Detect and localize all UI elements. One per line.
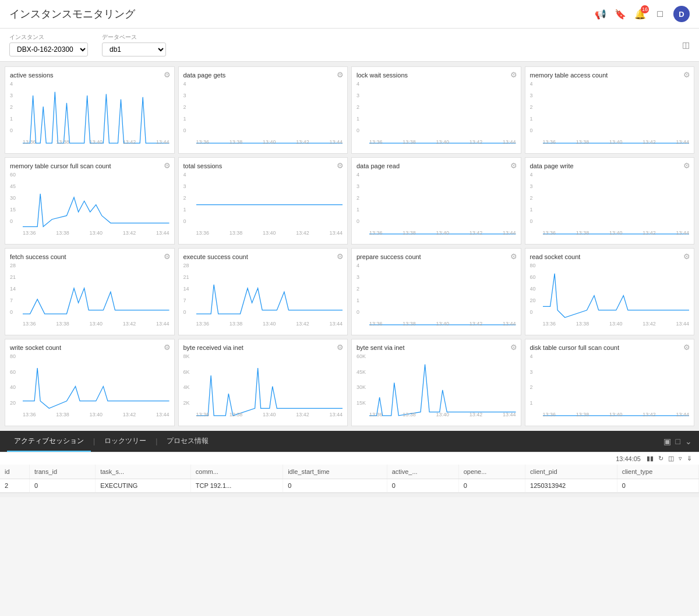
col-header-client-type[interactable]: client_type	[617, 465, 698, 479]
y-label: 2	[530, 195, 543, 201]
tab-active-sessions[interactable]: アクティブセッション	[7, 431, 91, 452]
chart-settings-prepare-success-count[interactable]: ⚙	[510, 252, 517, 261]
chart-title-memory-table-cursor-full-scan-count: memory table cursor full scan count	[10, 162, 170, 169]
table-timestamp: 13:44:05	[616, 455, 641, 462]
tab-lock-tree[interactable]: ロックツリー	[97, 431, 153, 452]
chart-area-memory-table-access-count: 43210 13:3613:3813:4013:4213:44	[530, 81, 690, 145]
x-label: 13:42	[469, 321, 483, 327]
x-label: 13:36	[196, 230, 210, 236]
window2-icon[interactable]: □	[676, 437, 680, 446]
chart-settings-memory-table-cursor-full-scan-count[interactable]: ⚙	[164, 161, 171, 170]
x-label: 13:40	[263, 230, 276, 236]
y-label: 2	[183, 104, 196, 110]
y-axis-execute-success-count: 28211470	[183, 263, 196, 315]
cell-client-pid: 1250313942	[525, 479, 617, 493]
x-label: 13:44	[503, 139, 516, 145]
scrollbar[interactable]	[0, 493, 699, 497]
x-label: 13:40	[436, 321, 449, 327]
chart-settings-data-page-read[interactable]: ⚙	[510, 161, 517, 170]
col-header-comm---[interactable]: comm...	[190, 465, 283, 479]
page-title: インスタンスモニタリング	[9, 7, 135, 21]
header: インスタンスモニタリング 📢 🔖 🔔 16 □ D	[0, 0, 699, 29]
x-label: 13:38	[403, 321, 416, 327]
chart-prepare-success-count: prepare success count ⚙ 43210 13:3613:38…	[351, 248, 521, 335]
columns-icon[interactable]: ◫	[668, 455, 674, 462]
chart-data-page-gets: data page gets ⚙ 43210 13:3613:3813:4013…	[178, 66, 348, 154]
chart-settings-disk-table-cursor-full-scan-count[interactable]: ⚙	[683, 343, 690, 352]
tab-process-info[interactable]: プロセス情報	[160, 431, 216, 452]
x-label: 13:44	[156, 321, 170, 327]
x-label: 13:44	[503, 412, 516, 417]
y-label: 0	[356, 128, 369, 133]
chart-title-prepare-success-count: prepare success count	[356, 253, 516, 260]
chart-settings-lock-wait-sessions[interactable]: ⚙	[510, 70, 517, 79]
y-label: 8K	[183, 353, 196, 359]
chart-settings-data-page-write[interactable]: ⚙	[683, 161, 690, 170]
monitor-icon[interactable]: ▣	[663, 437, 671, 446]
database-select[interactable]: db1	[102, 43, 166, 56]
chart-settings-execute-success-count[interactable]: ⚙	[337, 252, 344, 261]
chart-settings-byte-sent-via-inet[interactable]: ⚙	[510, 343, 517, 352]
chart-settings-fetch-success-count[interactable]: ⚙	[164, 252, 171, 261]
chart-path-execute-success-count	[196, 285, 343, 314]
col-header-opene---[interactable]: opene...	[458, 465, 525, 479]
y-label: 30K	[356, 384, 369, 390]
chart-title-data-page-gets: data page gets	[183, 72, 343, 79]
table-row: 20EXECUTINGTCP 192.1...00012503139420	[0, 479, 699, 493]
x-label: 13:38	[576, 321, 589, 327]
y-label: 3	[183, 93, 196, 98]
x-label: 13:42	[296, 230, 309, 236]
col-header-client-pid[interactable]: client_pid	[525, 465, 617, 479]
y-axis-byte-sent-via-inet: 60K45K30K15K	[356, 353, 369, 406]
y-label: 40	[530, 286, 543, 292]
x-label: 13:42	[642, 230, 656, 236]
layout-icon[interactable]: ◫	[682, 40, 690, 49]
col-header-task-s---[interactable]: task_s...	[96, 465, 191, 479]
chart-settings-read-socket-count[interactable]: ⚙	[683, 252, 690, 261]
window-icon[interactable]: □	[654, 8, 666, 20]
col-header-idle-start-time[interactable]: idle_start_time	[283, 465, 387, 479]
chart-title-lock-wait-sessions: lock wait sessions	[356, 72, 516, 79]
refresh-icon[interactable]: ↻	[658, 455, 663, 462]
download-icon[interactable]: ⇓	[687, 455, 692, 462]
x-label: 13:42	[123, 230, 136, 236]
chart-settings-memory-table-access-count[interactable]: ⚙	[683, 70, 690, 79]
x-label: 13:38	[576, 412, 589, 417]
x-label: 13:36	[23, 321, 36, 327]
y-label: 4	[10, 81, 23, 87]
x-label: 13:38	[230, 321, 243, 327]
y-axis-active-sessions: 43210	[10, 81, 23, 133]
chart-path-byte-received-via-inet	[196, 368, 343, 416]
chart-settings-write-socket-count[interactable]: ⚙	[164, 343, 171, 352]
x-label: 13:36	[369, 321, 383, 327]
x-axis-read-socket-count: 13:3613:3813:4013:4213:44	[543, 321, 690, 327]
x-label: 13:42	[123, 412, 136, 417]
col-header-active----[interactable]: active_...	[387, 465, 458, 479]
y-label: 40	[10, 384, 23, 390]
megaphone-icon[interactable]: 📢	[594, 8, 607, 20]
col-header-id[interactable]: id	[0, 465, 30, 479]
chart-svg-disk-table-cursor-full-scan-count	[543, 353, 690, 417]
chart-settings-data-page-gets[interactable]: ⚙	[337, 70, 344, 79]
chevron-down-icon[interactable]: ⌄	[685, 437, 692, 446]
chart-settings-total-sessions[interactable]: ⚙	[337, 161, 344, 170]
chart-execute-success-count: execute success count ⚙ 28211470 13:3613…	[178, 248, 348, 335]
chart-byte-received-via-inet: byte received via inet ⚙ 8K6K4K2K 13:361…	[178, 339, 348, 426]
instance-select[interactable]: DBX-0-162-20300	[9, 43, 88, 56]
x-label: 13:38	[56, 321, 69, 327]
chart-svg-read-socket-count	[543, 263, 690, 327]
x-label: 13:40	[89, 412, 103, 417]
user-avatar[interactable]: D	[673, 6, 690, 22]
y-label: 0	[183, 128, 196, 133]
x-axis-active-sessions: 13:3613:3813:4013:4213:44	[23, 139, 170, 145]
bell-icon[interactable]: 🔔 16	[634, 8, 647, 20]
col-header-trans-id[interactable]: trans_id	[30, 465, 96, 479]
chart-settings-active-sessions[interactable]: ⚙	[164, 70, 171, 79]
chart-total-sessions: total sessions ⚙ 43210 13:3613:3813:4013…	[178, 157, 348, 245]
chart-settings-byte-received-via-inet[interactable]: ⚙	[337, 343, 344, 352]
x-axis-write-socket-count: 13:3613:3813:4013:4213:44	[23, 412, 170, 417]
filter-icon[interactable]: ▿	[679, 455, 682, 462]
pause-icon[interactable]: ▮▮	[647, 455, 654, 462]
x-label: 13:36	[23, 139, 36, 145]
tag-icon[interactable]: 🔖	[614, 8, 627, 20]
